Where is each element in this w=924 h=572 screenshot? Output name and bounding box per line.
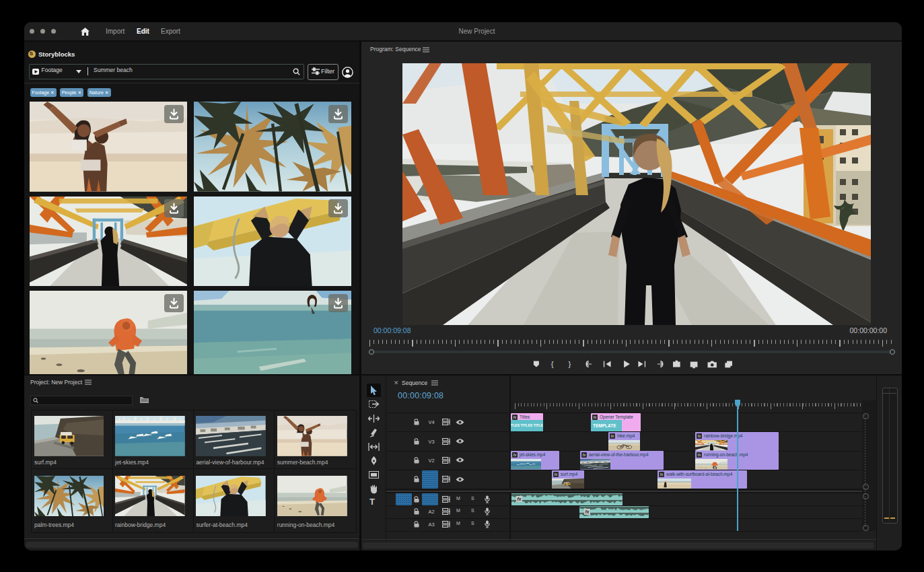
svg-text:{: { [551, 360, 554, 368]
svg-text:}: } [568, 360, 571, 368]
